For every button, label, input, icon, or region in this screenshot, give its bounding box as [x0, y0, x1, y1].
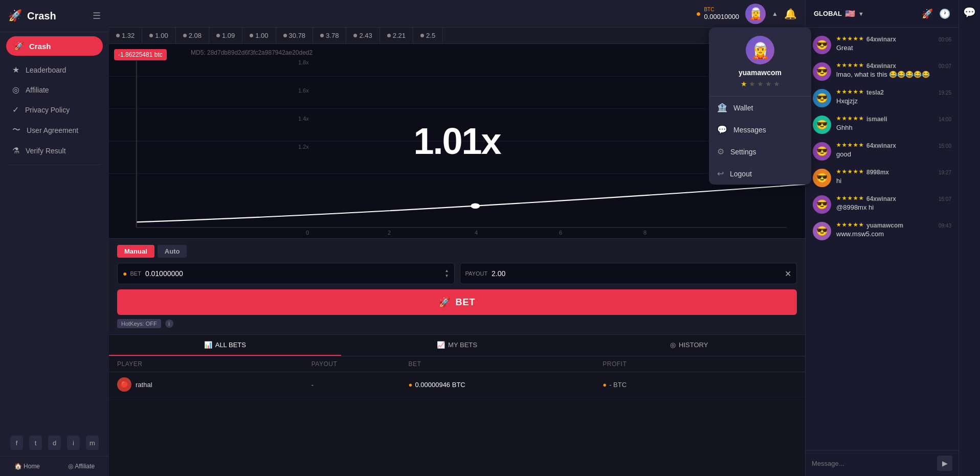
- username-text: 8998mx: [866, 169, 889, 176]
- payout-clear-icon[interactable]: ✕: [785, 269, 791, 279]
- bet-label: BET: [130, 270, 141, 277]
- dropdown-header: 🧝 yuamawcom ★ ★ ★ ★ ★: [709, 28, 811, 97]
- chat-time: 19:27: [939, 170, 951, 175]
- chat-message: 😎 ★★★★★ yuamawcom www.msw5.com 09:43: [806, 218, 959, 244]
- sidebar-item-crash[interactable]: 🚀 Crash: [6, 36, 103, 56]
- dropdown-wallet[interactable]: 🏦 Wallet: [709, 97, 811, 119]
- chat-bubble: ★★★★★ 64xwinarx lmao, what is this 😂😂😂😂😂: [836, 62, 933, 78]
- hotkeys-badge: HotKeys: OFF: [117, 319, 161, 328]
- star-4: ★: [859, 62, 863, 70]
- star-0: ★: [836, 195, 841, 202]
- dropdown-settings[interactable]: ⚙ Settings: [709, 141, 811, 163]
- chevron-up-icon[interactable]: ▲: [772, 10, 778, 17]
- manual-tab[interactable]: Manual: [117, 245, 154, 258]
- chat-header-icons: 🚀 🕐: [922, 8, 950, 19]
- star-2: ★: [848, 195, 852, 202]
- info-icon[interactable]: i: [165, 320, 173, 328]
- hamburger-icon[interactable]: ☰: [93, 10, 101, 21]
- multiplier-item: 2.08: [176, 28, 209, 43]
- chat-message: 😎 ★★★★★ 64xwinarx good 15:00: [806, 138, 959, 165]
- discord-icon[interactable]: d: [48, 436, 61, 450]
- avatar-emoji: 😎: [816, 225, 828, 237]
- user-avatar-button[interactable]: 🧝: [745, 4, 766, 24]
- rocket-chat-icon[interactable]: 🚀: [922, 8, 933, 19]
- star-0: ★: [836, 116, 841, 123]
- user-agreement-label: User Agreement: [27, 126, 78, 134]
- privacy-label: Privacy Policy: [25, 106, 70, 114]
- mult-dot: [116, 34, 120, 37]
- chat-time: 14:00: [939, 117, 951, 122]
- sidebar-item-leaderboard[interactable]: ★ Leaderboard: [0, 60, 109, 80]
- avatar-emoji: 😎: [816, 39, 828, 51]
- bet-button[interactable]: 🚀 BET: [117, 289, 797, 315]
- mult-dot: [387, 34, 391, 37]
- bottom-affiliate[interactable]: ◎ Affiliate: [68, 463, 95, 470]
- star-5: ★: [773, 80, 780, 88]
- username-text: 64xwinarx: [866, 142, 896, 149]
- star-0: ★: [836, 222, 841, 229]
- avatar-emoji: 😎: [816, 119, 828, 130]
- chevron-down-icon[interactable]: ▼: [858, 11, 864, 17]
- twitter-icon[interactable]: t: [29, 436, 42, 450]
- dropdown-messages[interactable]: 💬 Messages: [709, 119, 811, 141]
- affiliate-label: Affiliate: [26, 86, 49, 94]
- flask-icon: ⚗: [12, 146, 19, 155]
- profit-amount: ● - BTC: [603, 381, 797, 389]
- instagram-icon[interactable]: i: [67, 436, 80, 450]
- chat-time: 00:07: [939, 63, 951, 69]
- chat-avatar: 😎: [813, 116, 831, 134]
- chat-bubble-icon[interactable]: 💬: [963, 6, 976, 18]
- clock-icon[interactable]: 🕐: [939, 8, 950, 19]
- star-2: ★: [848, 89, 852, 96]
- chat-text: @8998mx hi: [836, 203, 933, 211]
- payout-input[interactable]: [492, 269, 782, 278]
- medium-icon[interactable]: m: [86, 436, 99, 450]
- current-multiplier: 1.01x: [413, 120, 500, 162]
- chat-send-button[interactable]: ▶: [937, 456, 952, 471]
- chat-message: 😎 ★★★★★ 64xwinarx Great 00:06: [806, 32, 959, 58]
- star-3: ★: [853, 36, 858, 43]
- bet-input[interactable]: [145, 269, 445, 278]
- star-1: ★: [842, 36, 847, 43]
- chat-text: hi: [836, 177, 933, 185]
- facebook-icon[interactable]: f: [10, 436, 23, 450]
- multiplier-item: 1.00: [142, 28, 175, 43]
- tab-history[interactable]: ◎ HISTORY: [573, 335, 805, 356]
- notification-icon[interactable]: 🔔: [784, 8, 797, 20]
- chat-avatar: 😎: [813, 222, 831, 240]
- multiplier-item: 1.00: [242, 28, 276, 43]
- avatar-emoji: 😎: [816, 172, 828, 184]
- bet-arrows[interactable]: ▲ ▼: [445, 269, 449, 278]
- history-label: HISTORY: [679, 341, 708, 349]
- star-1: ★: [842, 142, 847, 149]
- sidebar-item-affiliate[interactable]: ◎ Affiliate: [0, 80, 109, 100]
- bet-amount: ● 0.00000946 BTC: [409, 381, 603, 389]
- flag-icon: 🇺🇸: [845, 9, 855, 18]
- main-content: ● BTC 0.00010000 🧝 ▲ 🔔 1.321.002.081.091…: [109, 0, 805, 476]
- star-1: ★: [842, 169, 847, 176]
- sidebar-item-privacy[interactable]: ✓ Privacy Policy: [0, 100, 109, 120]
- btc-icon: ●: [696, 9, 701, 18]
- auto-tab[interactable]: Auto: [158, 245, 187, 258]
- star-3: ★: [853, 222, 858, 229]
- username-text: tesla2: [866, 89, 884, 96]
- check-icon: ✓: [12, 105, 19, 115]
- tab-my-bets[interactable]: 📈 MY BETS: [341, 335, 573, 356]
- bottom-home[interactable]: 🏠 Home: [14, 463, 40, 470]
- mult-dot: [420, 34, 424, 37]
- global-label: GLOBAL: [814, 10, 842, 17]
- avatar-emoji: 😎: [816, 66, 828, 77]
- mult-value: 2.08: [189, 32, 202, 39]
- sidebar-item-verify[interactable]: ⚗ Verify Result: [0, 141, 109, 161]
- dropdown-logout[interactable]: ↩ Logout: [709, 163, 811, 185]
- mult-dot: [149, 34, 153, 37]
- tab-all-bets[interactable]: 📊 ALL BETS: [109, 335, 341, 356]
- star-3: ★: [853, 195, 858, 202]
- history-icon: ◎: [670, 341, 676, 349]
- wallet-icon: 🏦: [717, 103, 727, 112]
- chat-text: lmao, what is this 😂😂😂😂😂: [836, 71, 933, 78]
- sidebar-item-user-agreement[interactable]: 〜 User Agreement: [0, 120, 109, 141]
- game-area: 1.321.002.081.091.0030.783.782.432.212.5…: [109, 28, 805, 476]
- chat-input[interactable]: [812, 460, 933, 467]
- chat-avatar: 😎: [813, 62, 831, 81]
